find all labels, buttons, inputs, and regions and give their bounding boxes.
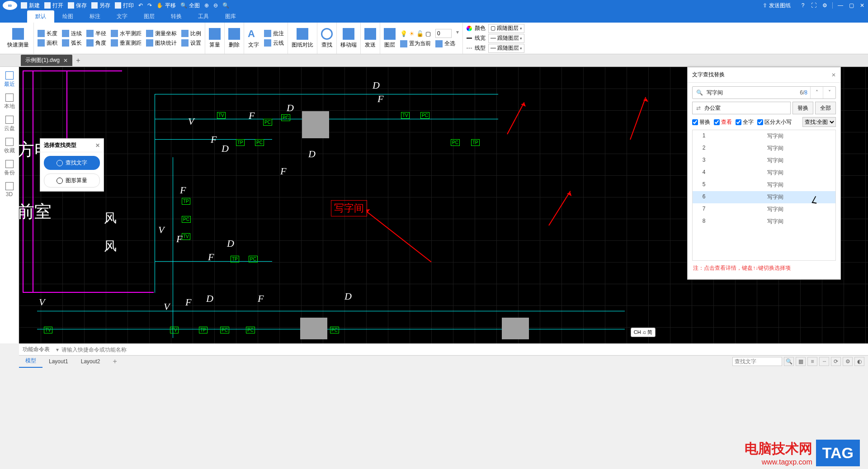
menu-convert[interactable]: 转换	[163, 10, 190, 23]
menu-annotate[interactable]: 标注	[81, 10, 108, 23]
prop-lineweight[interactable]: 线宽— 跟随图层▾	[467, 34, 524, 43]
replace-all-button[interactable]: 全部	[815, 102, 836, 114]
find-button[interactable]: 查找	[321, 28, 333, 49]
measure-settings[interactable]: 设置	[181, 39, 201, 47]
search-icon[interactable]: 🔍	[784, 357, 794, 366]
result-row[interactable]: 3写字间	[693, 155, 835, 167]
rail-recent[interactable]: 最近	[0, 70, 19, 90]
linetype-toggle-icon[interactable]: ┄	[819, 357, 829, 366]
tb-redo[interactable]: ↷	[147, 2, 152, 9]
result-row[interactable]: 7写字间	[693, 203, 835, 216]
measure-continuous[interactable]: 连续	[62, 30, 82, 38]
rail-3d[interactable]: 3D	[0, 180, 19, 199]
replace-button[interactable]: 替换	[793, 102, 813, 114]
tb-saveas[interactable]: 另存	[91, 2, 110, 9]
rail-cloud[interactable]: 云盘	[0, 114, 19, 134]
prev-result-button[interactable]: ˄	[810, 87, 823, 98]
square-icon[interactable]: ▢	[425, 30, 431, 37]
mobile-button[interactable]: 移动端	[340, 28, 357, 49]
measure-arc[interactable]: 弧长	[62, 39, 82, 47]
shape-calc-button[interactable]: 图形算量	[44, 174, 100, 188]
tab-layout2[interactable]: Layout2	[75, 356, 107, 367]
send-button[interactable]: 发送	[364, 28, 376, 49]
tb-new[interactable]: 新建	[21, 2, 40, 9]
chevron-down-icon[interactable]: ▾	[456, 29, 459, 38]
skin-icon[interactable]: ◐	[854, 357, 864, 366]
layer-button[interactable]: 图层	[384, 28, 396, 49]
calc-button[interactable]: 算量	[209, 28, 221, 49]
file-tab-active[interactable]: 示例图(1).dwg✕	[21, 55, 72, 66]
measure-angle[interactable]: 角度	[86, 39, 106, 47]
delete-button[interactable]: 删除	[228, 28, 240, 49]
replace-input[interactable]	[704, 102, 790, 114]
tb-undo[interactable]: ↶	[138, 2, 143, 9]
measure-coord[interactable]: 测量坐标	[146, 30, 177, 38]
result-row[interactable]: 2写字间	[693, 142, 835, 155]
add-layout-tab[interactable]: +	[106, 355, 123, 368]
prop-linetype[interactable]: 线型— 跟随图层▾	[467, 44, 524, 53]
result-row[interactable]: 6写字间	[693, 191, 835, 203]
lineweight-toggle-icon[interactable]: ≡	[807, 357, 817, 366]
block-stats[interactable]: 图块统计	[146, 39, 177, 47]
tab-model[interactable]: 模型	[19, 355, 42, 368]
opt-case[interactable]: 区分大小写	[757, 118, 792, 126]
settings-icon[interactable]: ⚙	[821, 2, 828, 9]
chevron-down-icon[interactable]: ▾	[53, 347, 61, 353]
maximize-button[interactable]: ▢	[848, 2, 854, 9]
search-input[interactable]	[707, 87, 797, 98]
gear-icon[interactable]: ⚙	[843, 357, 853, 366]
tb-print[interactable]: 打印	[115, 2, 134, 9]
cloud-button[interactable]: 云线	[264, 39, 284, 47]
menu-default[interactable]: 默认	[27, 10, 54, 23]
opt-view[interactable]: 查看	[714, 118, 732, 126]
close-icon[interactable]: ✕	[831, 72, 836, 78]
set-current-layer[interactable]: 置为当前	[400, 40, 431, 47]
measure-hdist[interactable]: 水平测距	[111, 30, 142, 38]
rail-backup[interactable]: 备份	[0, 158, 19, 178]
compare-button[interactable]: 图纸对比	[292, 28, 313, 49]
tb-save[interactable]: 保存	[68, 2, 87, 9]
measure-radius[interactable]: 半径	[86, 30, 106, 38]
tb-zoom-window[interactable]: 🔍	[222, 2, 229, 9]
find-text-button[interactable]: 查找文字	[44, 156, 100, 170]
tb-zoom-in[interactable]: ⊕	[204, 2, 209, 9]
tb-zoom-out[interactable]: ⊖	[213, 2, 218, 9]
menu-library[interactable]: 图库	[217, 10, 244, 23]
next-result-button[interactable]: ˅	[823, 87, 835, 98]
close-icon[interactable]: ✕	[95, 142, 100, 149]
measure-vdist[interactable]: 垂直测距	[111, 39, 142, 47]
tab-layout1[interactable]: Layout1	[42, 356, 75, 367]
refresh-icon[interactable]: ⟳	[831, 357, 841, 366]
opt-replace[interactable]: 替换	[692, 118, 710, 126]
measure-scale[interactable]: 比例	[181, 30, 201, 38]
result-row[interactable]: 4写字间	[693, 167, 835, 179]
opt-whole[interactable]: 全字	[736, 118, 754, 126]
add-file-tab[interactable]: +	[73, 56, 83, 66]
minimize-button[interactable]: —	[837, 2, 844, 9]
menu-text[interactable]: 文字	[108, 10, 136, 23]
fullscreen-icon[interactable]: ⛶	[811, 2, 817, 9]
tb-pan[interactable]: ✋平移	[156, 2, 176, 9]
grid-toggle-icon[interactable]: ▦	[796, 357, 806, 366]
layer-visibility-toggles[interactable]: 💡☀🔓▢	[400, 29, 431, 38]
measure-area[interactable]: 面积	[38, 39, 57, 47]
swap-icon[interactable]: ⇄	[693, 105, 704, 111]
result-row[interactable]: 8写字间	[693, 216, 835, 228]
rail-favorite[interactable]: 收藏	[0, 136, 19, 156]
result-row[interactable]: 1写字间	[693, 130, 835, 142]
bottom-search-input[interactable]	[732, 357, 782, 366]
lock-icon[interactable]: 🔓	[416, 30, 424, 37]
result-row[interactable]: 5写字间	[693, 179, 835, 191]
tb-open[interactable]: 打开	[44, 2, 63, 9]
select-all[interactable]: 全选	[435, 40, 455, 47]
approve-button[interactable]: 批注	[264, 30, 284, 38]
tb-send-drawing[interactable]: ⇪发送图纸	[763, 2, 791, 9]
close-button[interactable]: ✕	[859, 2, 865, 9]
quick-measure-button[interactable]: 快速测量	[7, 28, 29, 49]
menu-draw[interactable]: 绘图	[54, 10, 81, 23]
sun-icon[interactable]: ☀	[409, 30, 415, 37]
menu-layer[interactable]: 图层	[136, 10, 163, 23]
tb-fit[interactable]: 🔍全图	[180, 2, 200, 9]
measure-length[interactable]: 长度	[38, 30, 57, 38]
prop-color[interactable]: 颜色▢ 跟随图层▾	[467, 24, 524, 33]
